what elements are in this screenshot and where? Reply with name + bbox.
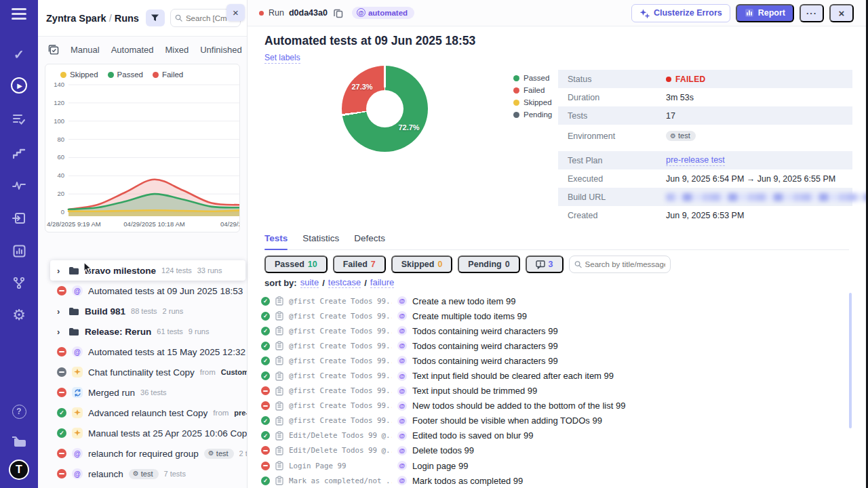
automated-badge[interactable]: @ automated bbox=[352, 7, 414, 19]
panel-close-button[interactable]: × bbox=[226, 4, 245, 21]
test-title[interactable]: New todos should be added to the bottom … bbox=[412, 401, 625, 411]
test-title[interactable]: Login page 99 bbox=[412, 461, 468, 471]
test-title[interactable]: Create multiple todo items 99 bbox=[412, 311, 527, 321]
test-title[interactable]: Todos containing weird characters 99 bbox=[412, 356, 558, 366]
test-plans-icon[interactable] bbox=[0, 106, 38, 132]
automated-at-icon: @ bbox=[397, 446, 407, 455]
sort-by-suite[interactable]: suite bbox=[300, 277, 319, 288]
donut-legend-item: Passed bbox=[513, 74, 552, 82]
tab-tests[interactable]: Tests bbox=[264, 233, 288, 243]
sort-label: sort by: bbox=[264, 278, 297, 288]
test-row[interactable]: @first Create Todos 99...@New todos shou… bbox=[261, 399, 846, 413]
test-row[interactable]: ✓@first Create Todos 99...@Create multip… bbox=[261, 308, 846, 323]
project-name[interactable]: Zyntra Spark bbox=[46, 13, 106, 24]
run-row-item[interactable]: @relaunch for required group⚙test2 tests bbox=[38, 443, 247, 464]
test-row[interactable]: ✓@first Create Todos 99...@Todos contain… bbox=[261, 338, 846, 353]
run-type-tab-unfinished[interactable]: Unfinished bbox=[200, 45, 241, 55]
test-title[interactable]: Text input field should be cleared after… bbox=[412, 371, 614, 381]
jobs-steps-icon[interactable] bbox=[0, 140, 38, 166]
detail-label: Duration bbox=[568, 93, 666, 102]
svg-text:04/29/2025 10: 04/29/2025 10 bbox=[220, 220, 240, 228]
run-type-tab-mixed[interactable]: Mixed bbox=[165, 45, 189, 55]
test-row[interactable]: Edit/Delete Todos 99 @...@Delete todos 9… bbox=[261, 443, 846, 458]
test-row[interactable]: ✓Mark as completed/not ...@Mark todos as… bbox=[261, 473, 846, 488]
comment-icon bbox=[536, 260, 545, 269]
run-folder-row[interactable]: ›Release: Rerun61 tests9 runs bbox=[38, 321, 247, 342]
run-row-item[interactable]: @Automated tests at 09 Jun 2025 18:53fro… bbox=[38, 281, 247, 301]
run-row-item[interactable]: ✓Manual tests at 25 Apr 2025 10:06 Copyf… bbox=[38, 423, 247, 443]
tests-check-icon[interactable]: ✓ bbox=[0, 41, 38, 67]
automated-at-icon: @ bbox=[397, 296, 407, 306]
test-title[interactable]: Text input should be trimmed 99 bbox=[412, 386, 537, 396]
legend-label: Passed bbox=[117, 70, 143, 79]
test-title[interactable]: Footer should be visible when adding TOD… bbox=[412, 415, 602, 426]
tab-statistics[interactable]: Statistics bbox=[302, 233, 339, 243]
report-button[interactable]: Report bbox=[736, 4, 794, 22]
branches-icon[interactable] bbox=[0, 270, 38, 296]
run-status-failed-icon bbox=[57, 469, 66, 479]
copy-run-id-icon[interactable] bbox=[334, 8, 343, 18]
test-title[interactable]: Edited todo is saved on blur 99 bbox=[412, 430, 534, 441]
test-row[interactable]: Login Page 99@Login page 99 bbox=[261, 458, 846, 473]
run-row-item[interactable]: @Automated tests at 15 May 2025 12:32fro… bbox=[38, 342, 247, 362]
projects-folder-icon[interactable] bbox=[0, 428, 38, 454]
help-icon[interactable]: ? bbox=[0, 399, 38, 424]
tests-search-input[interactable] bbox=[585, 260, 665, 268]
analytics-pulse-icon[interactable] bbox=[0, 173, 38, 199]
test-row[interactable]: ✓Edit/Delete Todos 99 @...@Edited todo i… bbox=[261, 428, 846, 443]
run-type-tab-automated[interactable]: Automated bbox=[111, 45, 154, 55]
test-row[interactable]: ✓@first Create Todos 99...@Footer should… bbox=[261, 413, 846, 428]
run-type-tab-manual[interactable]: Manual bbox=[71, 45, 100, 55]
run-kind-automated-icon: @ bbox=[72, 346, 83, 357]
legend-dot bbox=[513, 112, 519, 118]
test-title[interactable]: Todos containing weird characters 99 bbox=[412, 341, 558, 351]
run-row-item[interactable]: Merged run36 tests bbox=[38, 382, 247, 403]
more-actions-button[interactable]: ··· bbox=[800, 4, 824, 22]
test-row[interactable]: @first Create Todos 99...@Text input sho… bbox=[261, 384, 846, 399]
test-row[interactable]: ✓@first Create Todos 99...@Todos contain… bbox=[261, 323, 846, 338]
chevron-right-icon[interactable]: › bbox=[57, 266, 63, 276]
runs-play-icon[interactable]: ▶ bbox=[0, 73, 38, 98]
test-suite-name: Mark as completed/not ... bbox=[289, 476, 392, 485]
test-title[interactable]: Delete todos 99 bbox=[412, 445, 474, 455]
import-icon[interactable] bbox=[0, 205, 38, 231]
filter-button[interactable] bbox=[146, 9, 165, 26]
automated-at-icon: @ bbox=[397, 476, 407, 485]
test-plan-link[interactable]: pre-release test bbox=[666, 155, 725, 166]
chevron-right-icon[interactable]: › bbox=[57, 306, 63, 317]
app-logo[interactable]: T bbox=[9, 460, 29, 480]
run-row-item[interactable]: Chat functinality test CopyfromCustom Se… bbox=[38, 362, 247, 382]
tests-scrollbar[interactable] bbox=[849, 293, 852, 428]
filter-chip-skipped[interactable]: Skipped 0 bbox=[391, 256, 453, 273]
settings-gear-icon[interactable]: ⚙ bbox=[0, 302, 38, 328]
close-run-button[interactable]: × bbox=[829, 4, 854, 22]
filter-chip-pending[interactable]: Pending 0 bbox=[458, 256, 519, 273]
select-runs-icon[interactable] bbox=[48, 45, 59, 55]
test-status-passed-icon: ✓ bbox=[261, 371, 270, 380]
test-row[interactable]: ✓@first Create Todos 99...@Todos contain… bbox=[261, 353, 846, 368]
run-folder-row[interactable]: ›Build 98188 tests2 runs bbox=[38, 301, 247, 321]
sort-by-failure[interactable]: failure bbox=[370, 277, 394, 288]
menu-icon[interactable] bbox=[0, 8, 38, 20]
filter-chip-failed[interactable]: Failed 7 bbox=[333, 256, 386, 273]
filter-chip-passed[interactable]: Passed 10 bbox=[264, 256, 328, 273]
test-title[interactable]: Todos containing weird characters 99 bbox=[412, 326, 558, 336]
run-folder-row[interactable]: ›Bravo milestone124 tests33 runs bbox=[50, 260, 245, 281]
chevron-right-icon[interactable]: › bbox=[57, 327, 63, 337]
test-row[interactable]: ✓@first Create Todos 99...@Text input fi… bbox=[261, 368, 846, 383]
test-row[interactable]: ✓@first Create Todos 99...@Create a new … bbox=[261, 293, 846, 308]
tests-search[interactable] bbox=[569, 256, 671, 273]
test-title[interactable]: Create a new todo item 99 bbox=[412, 296, 515, 306]
test-title[interactable]: Mark todos as completed 99 bbox=[412, 476, 523, 486]
run-kind-copy-icon bbox=[72, 407, 83, 418]
sort-by-testcase[interactable]: testcase bbox=[328, 277, 361, 288]
reports-chart-icon[interactable] bbox=[0, 238, 38, 264]
run-row-item[interactable]: ✓Advanced relaunch test Copyfrompre-rele… bbox=[38, 403, 247, 423]
tab-defects[interactable]: Defects bbox=[354, 233, 385, 243]
run-row-item[interactable]: @relaunch⚙test7 tests bbox=[38, 464, 247, 484]
svg-text:80: 80 bbox=[57, 136, 64, 143]
comments-filter-chip[interactable]: 3 bbox=[526, 256, 564, 273]
set-labels-link[interactable]: Set labels bbox=[264, 53, 300, 64]
clusterize-errors-button[interactable]: Clusterize Errors bbox=[631, 4, 730, 22]
from-label: from bbox=[213, 409, 229, 417]
